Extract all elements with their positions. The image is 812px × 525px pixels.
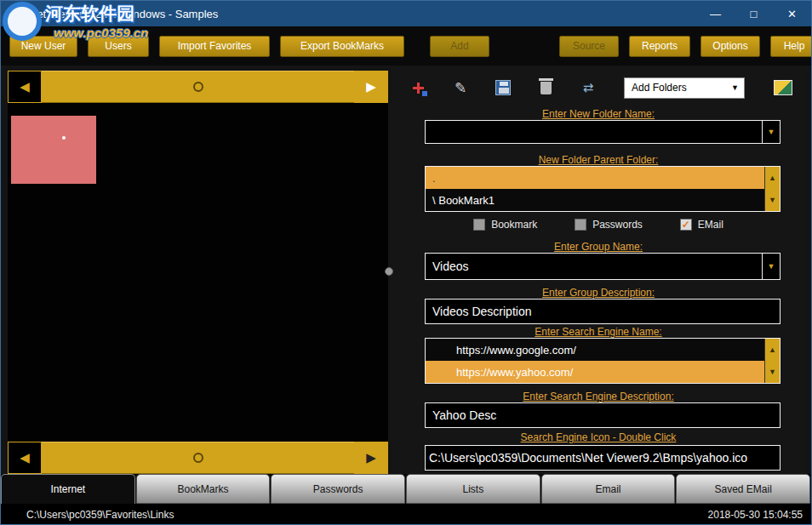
prev-arrow-icon[interactable]: ◀: [8, 442, 42, 474]
chevron-down-icon: ▼: [731, 83, 739, 92]
app-window: Net Viewer 9.2 for Windows - Samples — □…: [0, 0, 812, 525]
app-icon: [9, 8, 22, 20]
add-folders-label: Add Folders: [632, 82, 687, 94]
scroll-thumb-icon[interactable]: [193, 453, 203, 463]
save-icon[interactable]: [493, 78, 513, 97]
tab-saved-email[interactable]: Saved EMail: [676, 474, 810, 504]
title-bar: Net Viewer 9.2 for Windows - Samples — □…: [1, 1, 811, 26]
status-path: C:\Users\pc0359\Favorites\Links: [1, 509, 174, 521]
toolbar-button-help[interactable]: Help: [770, 36, 812, 57]
chevron-down-icon[interactable]: ▼: [762, 121, 780, 143]
preview-panel: ◀ ▶ ◀ ▶: [8, 66, 388, 474]
link-icon[interactable]: ⇄: [578, 78, 598, 97]
chevron-down-icon[interactable]: ▼: [762, 254, 780, 279]
image-preview-area[interactable]: [8, 103, 388, 442]
search-engine-listbox: https://www.google.com/ https://www.yaho…: [425, 338, 781, 384]
search-engine-name-label: Enter Search Engine Name:: [391, 326, 806, 338]
window-controls: — □ ✕: [696, 1, 811, 26]
next-arrow-icon[interactable]: ▶: [354, 71, 388, 103]
group-description-value: Videos Description: [432, 305, 531, 318]
toolbar-button-users[interactable]: Users: [88, 36, 149, 57]
prev-arrow-icon[interactable]: ◀: [8, 71, 42, 103]
tab-email[interactable]: Email: [541, 474, 676, 504]
scroll-thumb-icon[interactable]: [193, 82, 203, 92]
close-button[interactable]: ✕: [773, 1, 811, 26]
blue-dot-icon: [422, 91, 427, 96]
add-folders-select[interactable]: Add Folders ▼: [624, 77, 745, 99]
delete-icon[interactable]: [535, 78, 556, 97]
window-title: Net Viewer 9.2 for Windows - Samples: [29, 8, 218, 20]
passwords-checkbox[interactable]: Passwords: [575, 219, 643, 231]
toolbar-button-source[interactable]: Source: [559, 36, 619, 57]
type-checkbox-row: Bookmark Passwords ✓ EMail: [391, 219, 806, 231]
new-folder-name-label: Enter New Folder Name:: [391, 108, 806, 120]
email-checkbox[interactable]: ✓ EMail: [680, 219, 723, 231]
checkbox-box[interactable]: [575, 219, 586, 231]
bookmark-checkbox-label: Bookmark: [491, 219, 537, 231]
group-name-label: Enter Group Name:: [391, 241, 806, 253]
tab-bookmarks[interactable]: BookMarks: [136, 474, 271, 504]
list-item[interactable]: \ BookMark1: [426, 189, 780, 211]
image-icon[interactable]: [774, 80, 792, 95]
preview-nav-top: ◀ ▶: [8, 71, 388, 103]
email-checkbox-label: EMail: [698, 219, 723, 231]
edit-icon[interactable]: ✎: [450, 78, 471, 97]
editor-toolbar: ✎ ⇄ Add Folders ▼: [391, 71, 806, 105]
next-arrow-icon[interactable]: ▶: [354, 442, 388, 474]
search-engine-description-input[interactable]: Yahoo Desc: [425, 402, 781, 428]
preview-thumbnail[interactable]: [11, 116, 96, 184]
bookmark-checkbox[interactable]: Bookmark: [473, 219, 537, 231]
bookmark-editor-panel: ✎ ⇄ Add Folders ▼ Enter New Folder Name:…: [391, 66, 806, 474]
bottom-tab-bar: Internet BookMarks Passwords Lists Email…: [1, 474, 811, 504]
scroll-down-icon[interactable]: ▼: [764, 189, 780, 211]
status-timestamp: 2018-05-30 15:04:55: [708, 509, 811, 521]
search-engine-icon-path-value: C:\Users\pc0359\Documents\Net Viewer9.2\…: [429, 451, 747, 465]
checkbox-box[interactable]: ✓: [680, 219, 692, 231]
checkbox-box[interactable]: [473, 219, 485, 231]
tab-lists[interactable]: Lists: [406, 474, 540, 504]
status-bar: C:\Users\pc0359\Favorites\Links 2018-05-…: [1, 504, 811, 525]
maximize-button[interactable]: □: [735, 1, 773, 26]
splitter-handle[interactable]: [385, 267, 393, 276]
preview-nav-bottom: ◀ ▶: [8, 442, 388, 474]
scroll-up-icon[interactable]: ▲: [764, 167, 780, 189]
search-engine-icon-label: Search Engine Icon - Double Click: [391, 431, 806, 443]
thumbnail-dot: [62, 136, 66, 140]
passwords-checkbox-label: Passwords: [592, 219, 643, 231]
list-item[interactable]: https://www.google.com/: [426, 339, 780, 361]
minimize-button[interactable]: —: [696, 1, 735, 26]
add-item-icon[interactable]: [408, 78, 428, 97]
toolbar-button-add[interactable]: Add: [430, 36, 489, 57]
toolbar-button-import-favorites[interactable]: Import Favorites: [159, 36, 270, 57]
group-name-combobox[interactable]: Videos ▼: [425, 253, 781, 280]
list-item[interactable]: .: [426, 167, 780, 189]
search-engine-description-value: Yahoo Desc: [432, 408, 496, 422]
search-engine-icon-path-input[interactable]: C:\Users\pc0359\Documents\Net Viewer9.2\…: [425, 445, 781, 471]
scroll-up-icon[interactable]: ▲: [764, 339, 780, 361]
group-description-label: Enter Group Description:: [391, 287, 806, 299]
main-toolbar: New User Users Import Favorites Export B…: [1, 26, 811, 66]
toolbar-button-new-user[interactable]: New User: [9, 36, 77, 57]
preview-scrollbar-top[interactable]: [42, 71, 354, 103]
tab-passwords[interactable]: Passwords: [271, 474, 405, 504]
group-name-value: Videos: [432, 260, 469, 273]
group-description-input[interactable]: Videos Description: [425, 299, 781, 324]
parent-folder-listbox: . \ BookMark1 ▲ ▼: [425, 166, 781, 212]
scroll-down-icon[interactable]: ▼: [764, 361, 780, 383]
tab-internet[interactable]: Internet: [1, 474, 135, 504]
list-item[interactable]: https://www.yahoo.com/: [426, 361, 780, 383]
preview-scrollbar-bottom[interactable]: [42, 442, 354, 474]
new-folder-name-combobox[interactable]: ▼: [425, 120, 781, 144]
toolbar-button-export-bookmarks[interactable]: Export BookMarks: [280, 36, 404, 57]
parent-folder-label: New Folder Parent Folder:: [391, 154, 806, 166]
search-engine-description-label: Enter Search Engine Description:: [391, 391, 806, 402]
toolbar-button-options[interactable]: Options: [700, 36, 760, 57]
toolbar-button-reports[interactable]: Reports: [629, 36, 690, 57]
